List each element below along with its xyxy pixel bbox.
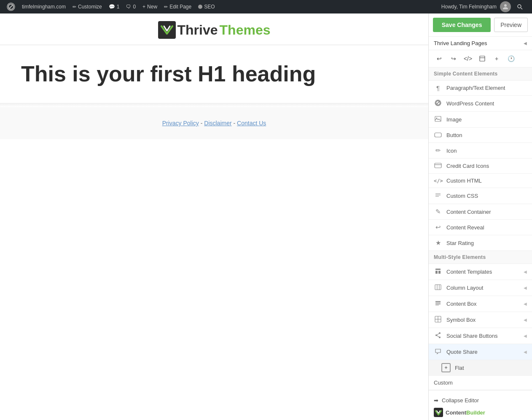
- star-rating-icon: ★: [434, 239, 442, 247]
- site-logo: ThriveThemes: [158, 21, 271, 39]
- content-reveal-icon: ↩: [434, 223, 442, 231]
- custom-html-label: Custom HTML: [446, 178, 527, 184]
- new-link[interactable]: + New: [139, 0, 161, 13]
- collapse-label: Collapse Editor: [442, 397, 479, 404]
- admin-bar-right: Howdy, Tim Felmingham: [441, 1, 529, 12]
- svg-rect-14: [438, 271, 441, 274]
- svg-point-23: [435, 334, 437, 336]
- shadow-divider: [0, 103, 428, 107]
- footer-sep-2: -: [234, 120, 237, 127]
- footer-sep-1: -: [201, 120, 204, 127]
- footer-links: Privacy Policy - Disclaimer - Contact Us: [13, 120, 416, 127]
- undo-button[interactable]: ↩: [433, 53, 446, 65]
- footer-privacy-link[interactable]: Privacy Policy: [162, 120, 199, 127]
- credit-card-icon: [434, 162, 442, 170]
- svg-point-21: [439, 332, 441, 334]
- search-icon-admin[interactable]: [514, 1, 525, 12]
- content-builder-icon: [434, 408, 443, 417]
- sidebar: Save Changes Preview Thrive Landing Page…: [428, 13, 532, 420]
- comments-link[interactable]: 💬 1: [105, 0, 123, 13]
- edit-page-link[interactable]: ✏ Edit Page: [161, 0, 195, 13]
- sidebar-item-custom-css[interactable]: Custom CSS: [429, 188, 532, 204]
- code-button[interactable]: </>: [462, 53, 474, 65]
- svg-rect-13: [435, 271, 438, 274]
- symbol-box-icon: [434, 316, 442, 324]
- history-button[interactable]: 🕐: [505, 53, 517, 65]
- svg-rect-4: [480, 56, 485, 61]
- svg-line-24: [437, 334, 439, 335]
- landing-pages-bar[interactable]: Thrive Landing Pages ◀: [429, 37, 532, 50]
- flat-icon: ✦: [441, 363, 451, 372]
- landing-pages-label: Thrive Landing Pages: [434, 40, 487, 46]
- content-container-icon: ✎: [434, 208, 442, 215]
- image-icon: [434, 116, 442, 124]
- sidebar-item-content-container[interactable]: ✎ Content Container: [429, 204, 532, 220]
- layout-button[interactable]: [476, 53, 489, 65]
- content-box-label: Content Box: [446, 301, 519, 307]
- sidebar-item-wordpress-content[interactable]: WordPress Content: [429, 96, 532, 112]
- svg-rect-7: [435, 116, 441, 121]
- sidebar-item-custom[interactable]: Custom: [429, 376, 532, 390]
- content-templates-label: Content Templates: [446, 269, 519, 275]
- credit-card-label: Credit Card Icons: [446, 163, 527, 169]
- flat-subitem[interactable]: ✦ Flat: [429, 360, 532, 376]
- sidebar-item-credit-card[interactable]: Credit Card Icons: [429, 159, 532, 174]
- sidebar-item-column-layout[interactable]: Column Layout ◀: [429, 280, 532, 296]
- symbol-box-label: Symbol Box: [446, 317, 519, 323]
- sidebar-item-paragraph[interactable]: ¶ Paragraph/Text Element: [429, 81, 532, 96]
- sidebar-item-quote-share[interactable]: Quote Share ◀: [429, 344, 532, 360]
- sidebar-item-symbol-box[interactable]: Symbol Box ◀: [429, 312, 532, 328]
- save-changes-button[interactable]: Save Changes: [433, 18, 491, 32]
- social-share-arrow: ◀: [524, 334, 527, 338]
- sidebar-item-custom-html[interactable]: </> Custom HTML: [429, 174, 532, 188]
- content-builder-text: ContentBuilder: [446, 409, 485, 416]
- discussion-link[interactable]: 🗨 0: [123, 0, 139, 13]
- landing-pages-arrow: ◀: [524, 41, 527, 46]
- preview-button[interactable]: Preview: [494, 18, 528, 32]
- content-templates-icon: [434, 268, 442, 276]
- h1-heading: This is your first H1 heading: [21, 62, 407, 86]
- icon-icon: ✏: [434, 147, 442, 154]
- wordpress-content-label: WordPress Content: [446, 100, 527, 107]
- custom-css-icon: [434, 192, 442, 200]
- column-layout-label: Column Layout: [446, 285, 519, 291]
- logo-thrive-text: Thrive: [177, 22, 218, 38]
- add-button[interactable]: +: [490, 53, 503, 65]
- user-avatar[interactable]: [500, 1, 511, 12]
- redo-button[interactable]: ↪: [447, 53, 460, 65]
- collapse-button[interactable]: ➡ Collapse Editor: [434, 396, 527, 405]
- icon-label: Icon: [446, 148, 527, 154]
- star-rating-label: Star Rating: [446, 240, 527, 246]
- footer-contact-link[interactable]: Contact Us: [237, 120, 266, 127]
- svg-rect-12: [435, 269, 441, 270]
- sidebar-toolbar: ↩ ↪ </> + 🕐: [429, 50, 532, 67]
- wp-logo[interactable]: [3, 0, 19, 13]
- content-box-icon: [434, 300, 442, 308]
- wordpress-icon: [434, 100, 442, 108]
- sidebar-item-social-share[interactable]: Social Share Buttons ◀: [429, 328, 532, 344]
- social-share-label: Social Share Buttons: [446, 333, 519, 339]
- sidebar-item-image[interactable]: Image: [429, 112, 532, 128]
- collapse-footer: ➡ Collapse Editor ContentBuilder: [429, 390, 532, 420]
- site-name[interactable]: timfelmingham.com: [19, 0, 69, 13]
- content-reveal-label: Content Reveal: [446, 224, 527, 231]
- page-content-area: This is your first H1 heading: [0, 45, 428, 103]
- customize-link[interactable]: ✏ Customize: [69, 0, 105, 13]
- sidebar-item-content-templates[interactable]: Content Templates ◀: [429, 264, 532, 280]
- site-header: ThriveThemes: [0, 13, 428, 45]
- sidebar-item-content-reveal[interactable]: ↩ Content Reveal: [429, 220, 532, 235]
- svg-rect-10: [435, 163, 441, 168]
- sidebar-item-button[interactable]: Button: [429, 128, 532, 143]
- sidebar-actions: Save Changes Preview: [433, 18, 528, 32]
- content-builder-logo: ContentBuilder: [434, 408, 527, 417]
- footer-disclaimer-link[interactable]: Disclaimer: [204, 120, 231, 127]
- svg-rect-9: [435, 133, 441, 137]
- sidebar-item-star-rating[interactable]: ★ Star Rating: [429, 235, 532, 251]
- content-templates-arrow: ◀: [524, 269, 527, 274]
- sidebar-item-icon[interactable]: ✏ Icon: [429, 143, 532, 159]
- seo-link[interactable]: SEO: [195, 0, 218, 13]
- content-container-label: Content Container: [446, 209, 527, 215]
- social-share-icon: [434, 332, 442, 340]
- paragraph-label: Paragraph/Text Element: [446, 85, 527, 91]
- sidebar-item-content-box[interactable]: Content Box ◀: [429, 296, 532, 312]
